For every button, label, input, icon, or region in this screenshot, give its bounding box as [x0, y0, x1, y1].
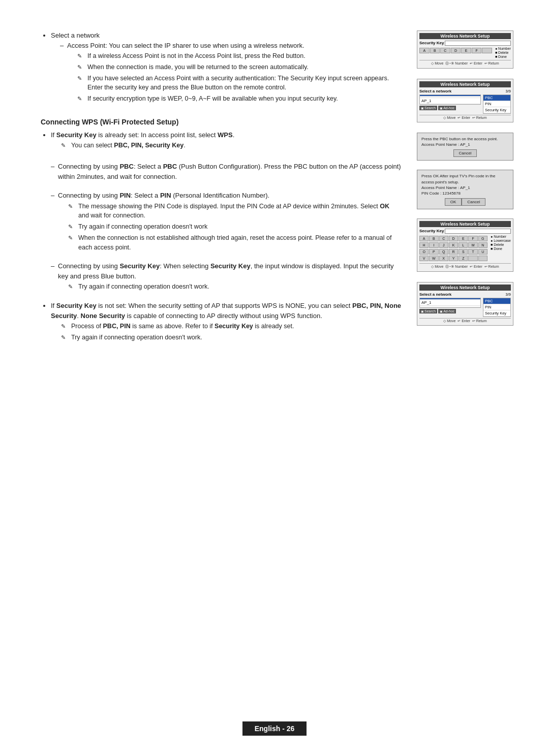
wps-note-list-1: You can select PBC, PIN, Security Key.	[51, 141, 402, 150]
network-dash-list: Access Point: You can select the IP shar…	[51, 41, 402, 104]
main-content: Select a network Access Point: You can s…	[41, 30, 518, 346]
screen5-options: ● Number ● Lowercase ■ Delete ■ Done	[491, 235, 511, 262]
pin-note-1: The message showing the PIN Code is disp…	[68, 202, 402, 221]
screen6-title: Wireless Network Setup	[419, 285, 511, 291]
pin-dash: Connecting by using PIN: Select a PIN (P…	[51, 191, 402, 252]
page: Select a network Access Point: You can s…	[0, 0, 549, 387]
tv-screen-3: Press the PBC button on the access point…	[417, 133, 513, 161]
seckey-note-1: Try again if connecting operation doesn'…	[68, 282, 402, 292]
wps-bullet-list: If Security Key is already set: In acces…	[41, 130, 402, 150]
tv-screen-1: Wireless Network Setup Security Key A B …	[417, 30, 513, 69]
screen1-keyboard: A B C D E F	[419, 48, 492, 53]
screen5-keyboard-row2: H I J K L M N	[419, 242, 487, 248]
left-column: Select a network Access Point: You can s…	[41, 30, 402, 346]
note-2: When the connection is made, you will be…	[77, 62, 402, 72]
tv-screen-5: Wireless Network Setup Security Key A B …	[417, 218, 513, 272]
footer-badge: English - 26	[242, 721, 307, 736]
wps-note-1: You can select PBC, PIN, Security Key.	[61, 141, 402, 150]
wps-bullet-2-list: If Security Key is not set: When the sec…	[41, 301, 402, 342]
pin-note-2: Try again if connecting operation doesn'…	[68, 222, 402, 232]
screen5-seckey-row: Security Key	[419, 229, 511, 234]
pbc-dash: Connecting by using PBC: Select a PBC (P…	[51, 162, 402, 181]
screen6-footer: ◇ Move ↵ Enter ↩ Return	[419, 318, 511, 323]
wps-section-heading: Connecting WPS (Wi-Fi Protected Setup)	[41, 118, 402, 126]
access-point-dash: Access Point: You can select the IP shar…	[60, 41, 402, 104]
wps-bullet2-note-list: Process of PBC, PIN is same as above. Re…	[51, 322, 402, 342]
right-column: Wireless Network Setup Security Key A B …	[417, 30, 518, 346]
tv-screen-2: Wireless Network Setup Select a network …	[417, 79, 513, 122]
screen2-footer: ◇ Move ↵ Enter ↩ Return	[419, 115, 511, 120]
wps-bullet-1: If Security Key is already set: In acces…	[51, 130, 402, 150]
main-bullet-list: Select a network Access Point: You can s…	[41, 30, 402, 104]
screen1-options: ● Number ■ Delete ■ Done	[495, 47, 511, 59]
seckey-dash: Connecting by using Security Key: When s…	[51, 261, 402, 292]
seckey-dash-list: Connecting by using Security Key: When s…	[41, 261, 402, 292]
screen5-keyboard-row4: V W X Y Z	[419, 256, 487, 261]
note-3: If you have selected an Access Point wit…	[77, 74, 402, 93]
seckey-note-list: Try again if connecting operation doesn'…	[58, 282, 402, 292]
screen1-footer: ◇ Move ⓪~⑨ Number ↵ Enter ↩ Return	[419, 60, 511, 66]
note-4: If security encryption type is WEP, 0~9,…	[77, 94, 402, 104]
screen2-title: Wireless Network Setup	[419, 81, 511, 87]
screen1-title: Wireless Network Setup	[419, 33, 511, 39]
tv-screen-4: Press OK After input TV's Pin code in th…	[417, 170, 513, 209]
note-1: If a wireless Access Point is not in the…	[77, 51, 402, 61]
screen5-keyboard-row3: O P Q R S T U	[419, 249, 487, 255]
pin-dash-list: Connecting by using PIN: Select a PIN (P…	[41, 191, 402, 252]
wps-bullet2-note-1: Process of PBC, PIN is same as above. Re…	[61, 322, 402, 331]
screen5-keyboard-row1: A B C D E F G	[419, 236, 487, 241]
pin-note-3: When the connection is not established a…	[68, 233, 402, 253]
screen6-network-area: AP_1 ▣ Search ▣ Ad-hoc PBC PIN Security …	[419, 298, 511, 317]
page-footer: English - 26	[0, 721, 549, 736]
select-network-bullet: Select a network Access Point: You can s…	[51, 30, 402, 104]
wps-bullet-2: If Security Key is not set: When the sec…	[51, 301, 402, 342]
screen1-seckey-row: Security Key	[419, 41, 511, 46]
access-point-notes: If a wireless Access Point is not in the…	[67, 51, 402, 104]
screen2-network-area: AP_1 ▣ Search ▣ Ad-hoc PBC PIN Security …	[419, 94, 511, 114]
pbc-dash-list: Connecting by using PBC: Select a PBC (P…	[41, 162, 402, 181]
screen5-footer: ◇ Move ⓪~⑨ Number ↵ Enter ↩ Return	[419, 263, 511, 269]
pin-note-list: The message showing the PIN Code is disp…	[58, 202, 402, 253]
screen5-title: Wireless Network Setup	[419, 221, 511, 227]
wps-bullet2-note-2: Try again if connecting operation doesn'…	[61, 333, 402, 342]
tv-screen-6: Wireless Network Setup Select a network …	[417, 282, 513, 326]
